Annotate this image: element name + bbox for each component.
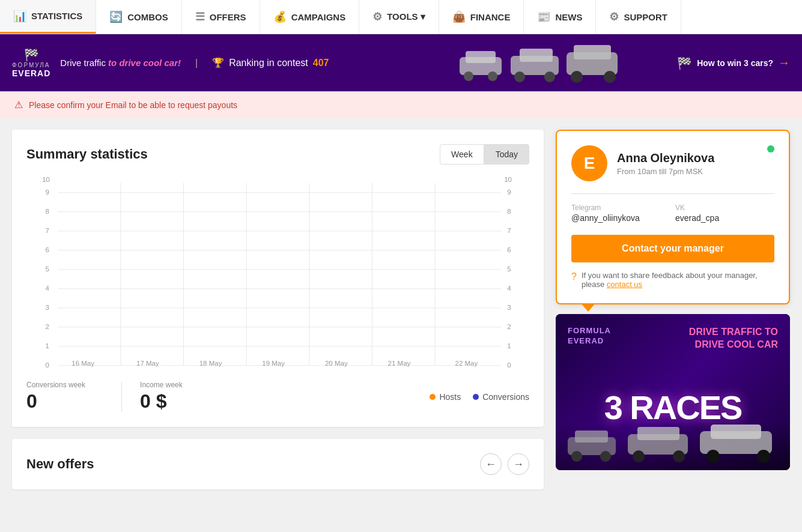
avatar-letter: E xyxy=(584,154,595,173)
promo-cars-bottom xyxy=(556,422,790,470)
cars-svg xyxy=(454,39,622,87)
main-content: Summary statistics Week Today 0 1 2 3 4 … xyxy=(0,118,802,501)
svg-text:1: 1 xyxy=(45,342,49,349)
promo-inner: FORMULA EVERAD DRIVE TRAFFIC TO DRIVE CO… xyxy=(556,314,790,470)
chart-legend: Hosts Conversions xyxy=(430,392,529,402)
banner-ranking: 🏆 Ranking in contest 407 xyxy=(212,57,329,68)
banner-cta[interactable]: 🏁 How to win 3 cars? → xyxy=(677,56,790,70)
manager-avatar: E xyxy=(571,145,607,181)
vk-contact: VK everad_cpa xyxy=(675,204,774,223)
stats-header: Summary statistics Week Today xyxy=(26,144,529,165)
nav-item-tools[interactable]: ⚙TOOLS ▾ xyxy=(359,0,439,34)
svg-text:2: 2 xyxy=(507,322,511,330)
svg-point-3 xyxy=(488,71,497,81)
svg-text:16 May: 16 May xyxy=(71,359,94,367)
trophy-icon: 🏆 xyxy=(212,57,224,68)
promo-cars-svg xyxy=(562,422,784,464)
flag-icon-right: 🏁 xyxy=(677,56,692,70)
svg-text:5: 5 xyxy=(45,265,49,273)
legend-hosts: Hosts xyxy=(430,392,461,402)
svg-point-7 xyxy=(544,71,555,82)
news-nav-icon: 📰 xyxy=(537,10,550,23)
next-button[interactable]: → xyxy=(508,453,529,475)
promo-card: FORMULA EVERAD DRIVE TRAFFIC TO DRIVE CO… xyxy=(556,314,790,470)
vk-value: everad_cpa xyxy=(675,213,774,223)
manager-header: E Anna Oleynikova From 10am till 7pm MSK xyxy=(571,145,774,181)
income-metric: Income week 0 $ xyxy=(140,381,201,413)
contact-us-link[interactable]: contact us xyxy=(607,280,642,289)
tab-today[interactable]: Today xyxy=(484,144,529,165)
new-offers-card: New offers ← → xyxy=(12,439,544,489)
stats-footer: Conversions week 0 Income week 0 $ Hosts… xyxy=(26,381,529,413)
svg-text:19 May: 19 May xyxy=(262,359,285,367)
combos-nav-label: COMBOS xyxy=(127,12,168,22)
manager-card: E Anna Oleynikova From 10am till 7pm MSK… xyxy=(556,130,790,304)
nav-item-campaigns[interactable]: 💰CAMPAIGNS xyxy=(260,0,360,34)
new-offers-nav: ← → xyxy=(480,453,529,475)
arrow-right-icon: → xyxy=(778,56,790,70)
svg-text:8: 8 xyxy=(507,207,511,215)
banner-logo: 🏁 ФОРМУЛА EVERAD xyxy=(12,47,50,78)
support-nav-label: SUPPORT xyxy=(624,12,667,22)
nav-item-support[interactable]: ⚙SUPPORT xyxy=(596,0,681,34)
svg-text:7: 7 xyxy=(45,226,49,234)
svg-rect-9 xyxy=(574,45,611,59)
svg-text:6: 6 xyxy=(45,246,49,253)
telegram-contact: Telegram @anny_oliinykova xyxy=(571,204,670,223)
tools-nav-label: TOOLS ▾ xyxy=(387,11,425,22)
svg-point-60 xyxy=(600,451,611,462)
prev-button[interactable]: ← xyxy=(480,453,502,475)
svg-text:4: 4 xyxy=(45,284,49,292)
svg-point-11 xyxy=(604,71,616,83)
support-nav-icon: ⚙ xyxy=(609,10,619,23)
nav-item-statistics[interactable]: 📊STATISTICS xyxy=(0,0,96,34)
svg-rect-62 xyxy=(637,427,679,440)
email-alert: ⚠ Please confirm your Email to be able t… xyxy=(0,91,802,118)
conversions-label: Conversions week xyxy=(26,381,85,389)
online-indicator xyxy=(767,145,774,153)
manager-info: Anna Oleynikova From 10am till 7pm MSK xyxy=(617,151,774,176)
nav-item-news[interactable]: 📰NEWS xyxy=(524,0,596,34)
telegram-label: Telegram xyxy=(571,204,670,212)
promo-races-num: 3 RACES xyxy=(604,388,742,427)
conversions-metric: Conversions week 0 xyxy=(26,381,103,413)
nav-item-finance[interactable]: 👜FINANCE xyxy=(439,0,524,34)
summary-stats-card: Summary statistics Week Today 0 1 2 3 4 … xyxy=(12,130,544,427)
nav-item-offers[interactable]: ☰OFFERS xyxy=(182,0,260,34)
svg-point-63 xyxy=(633,450,645,462)
svg-text:17 May: 17 May xyxy=(136,359,159,367)
alert-text: Please confirm your Email to be able to … xyxy=(29,100,237,110)
stats-tabs: Week Today xyxy=(440,144,529,165)
promo-banner: 🏁 ФОРМУЛА EVERAD Drive traffic to drive … xyxy=(0,34,802,91)
tools-nav-icon: ⚙ xyxy=(372,10,382,23)
nav-item-combos[interactable]: 🔄COMBOS xyxy=(96,0,182,34)
combos-nav-icon: 🔄 xyxy=(109,10,123,23)
banner-cta-text: How to win 3 cars? xyxy=(697,58,773,68)
banner-tagline: Drive traffic to drive cool car! xyxy=(60,58,181,68)
svg-point-10 xyxy=(571,71,583,83)
svg-text:0: 0 xyxy=(507,361,511,369)
svg-text:20 May: 20 May xyxy=(325,359,348,367)
conversions-value: 0 xyxy=(26,390,85,413)
statistics-nav-icon: 📊 xyxy=(13,10,26,23)
contact-manager-button[interactable]: Contact your manager xyxy=(571,235,774,262)
banner-cars xyxy=(454,36,622,90)
new-offers-title: New offers xyxy=(26,456,94,472)
svg-point-64 xyxy=(673,450,685,462)
vk-label: VK xyxy=(675,204,774,212)
svg-text:18 May: 18 May xyxy=(199,359,222,367)
svg-text:6: 6 xyxy=(507,246,511,253)
svg-text:22 May: 22 May xyxy=(455,359,478,367)
svg-text:0: 0 xyxy=(45,361,49,369)
income-value: 0 $ xyxy=(140,390,183,413)
finance-nav-icon: 👜 xyxy=(452,10,466,23)
news-nav-label: NEWS xyxy=(555,12,582,22)
banner-logo-top: ФОРМУЛА xyxy=(12,62,50,68)
banner-text-plain: Drive traffic xyxy=(60,58,106,68)
stats-title: Summary statistics xyxy=(26,147,148,162)
svg-point-2 xyxy=(464,71,473,81)
svg-text:8: 8 xyxy=(45,207,49,215)
tab-week[interactable]: Week xyxy=(440,144,484,165)
svg-text:4: 4 xyxy=(507,284,511,292)
svg-text:9: 9 xyxy=(45,188,49,196)
